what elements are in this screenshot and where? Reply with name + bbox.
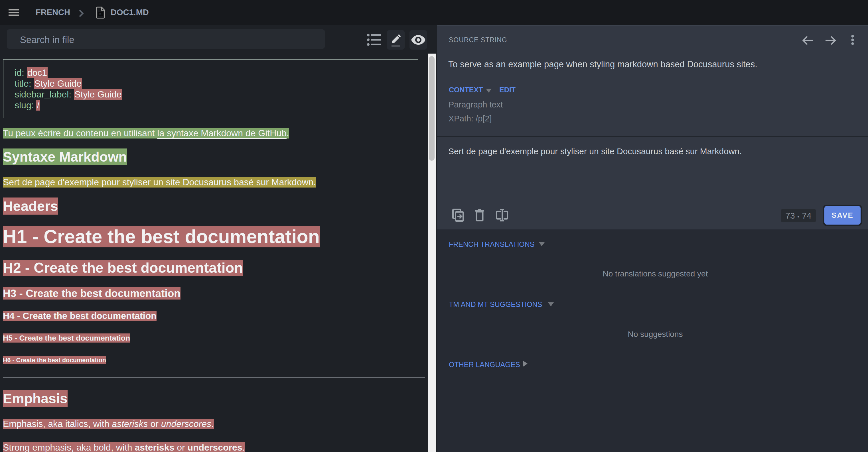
- svg-text:↓: ↓: [101, 12, 103, 16]
- svg-text:M: M: [99, 12, 101, 16]
